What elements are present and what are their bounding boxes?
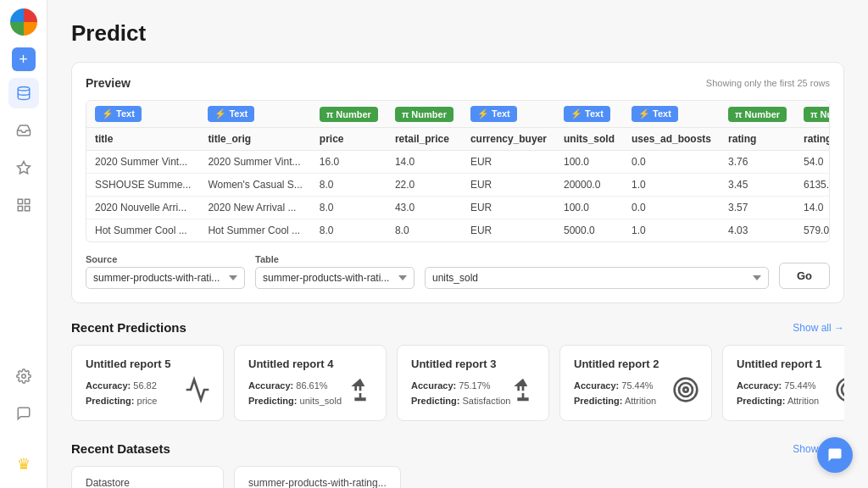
sidebar: + ♛ xyxy=(0,0,47,488)
sidebar-item-sparkle[interactable] xyxy=(8,152,39,183)
svg-point-11 xyxy=(842,383,844,396)
svg-point-8 xyxy=(679,383,693,396)
col-header-uses-ad: uses_ad_boosts xyxy=(623,128,720,151)
prediction-icon xyxy=(347,376,374,408)
sidebar-item-crown[interactable]: ♛ xyxy=(8,449,39,480)
prediction-title: Untitled report 3 xyxy=(411,358,535,370)
table-row: 2020 Nouvelle Arri...2020 New Arrival ..… xyxy=(86,197,830,219)
table-badge-row: ⚡ Text ⚡ Text π Number π Number ⚡ Text ⚡… xyxy=(86,101,830,128)
table-cell: 3.57 xyxy=(720,197,795,219)
table-cell: Hot Summer Cool ... xyxy=(199,219,310,242)
table-cell: 100.0 xyxy=(555,197,623,219)
table-label: Table xyxy=(255,254,415,264)
dataset-card[interactable]: Datastore xyxy=(71,466,224,488)
table-cell: 8.0 xyxy=(311,174,387,197)
table-cell: 20000.0 xyxy=(555,174,623,197)
table-cell: 2020 Summer Vint... xyxy=(86,151,199,174)
recent-predictions-header: Recent Predictions Show all → xyxy=(71,320,844,335)
svg-rect-5 xyxy=(18,207,22,211)
table-cell: 100.0 xyxy=(555,151,623,174)
table-cell: Women's Casual S... xyxy=(199,174,310,197)
table-cell: 2020 Summer Vint... xyxy=(199,151,310,174)
prediction-card[interactable]: Untitled report 4 Accuracy: 86.61% Predi… xyxy=(234,345,387,421)
table-body: 2020 Summer Vint...2020 Summer Vint...16… xyxy=(86,151,830,242)
sidebar-item-settings[interactable] xyxy=(8,361,39,391)
predict-label xyxy=(425,254,769,264)
prediction-card[interactable]: Untitled report 3 Accuracy: 75.17% Predi… xyxy=(397,345,549,421)
preview-table-wrapper: ⚡ Text ⚡ Text π Number π Number ⚡ Text ⚡… xyxy=(86,100,830,242)
table-cell: EUR xyxy=(462,197,555,219)
prediction-card[interactable]: Untitled report 1 Accuracy: 75.44% Predi… xyxy=(722,345,844,421)
col-badge-rating-count: π Number xyxy=(795,101,830,128)
col-header-currency: currency_buyer xyxy=(462,128,555,151)
chat-button[interactable] xyxy=(817,437,853,473)
svg-point-9 xyxy=(683,388,687,392)
table-cell: Hot Summer Cool ... xyxy=(86,219,199,242)
svg-rect-2 xyxy=(18,199,22,203)
col-header-rating: rating xyxy=(720,128,795,151)
table-cell: 14.0 xyxy=(387,151,462,174)
table-cell: 2020 New Arrival ... xyxy=(199,197,310,219)
table-cell: EUR xyxy=(462,151,555,174)
sidebar-item-chat[interactable] xyxy=(8,398,39,429)
source-select[interactable]: summer-products-with-rati... xyxy=(86,267,245,289)
datasets-row: Datastoresummer-products-with-rating... xyxy=(71,466,844,488)
table-header-row: title title_orig price retail_price curr… xyxy=(86,128,830,151)
table-cell: 4.03 xyxy=(720,219,795,242)
sidebar-item-database[interactable] xyxy=(8,78,39,108)
table-cell: EUR xyxy=(462,174,555,197)
table-cell: SSHOUSE Summe... xyxy=(86,174,199,197)
dataset-card[interactable]: summer-products-with-rating... xyxy=(234,466,401,488)
predictions-show-all[interactable]: Show all → xyxy=(793,322,844,334)
prediction-info: Accuracy: 75.44% Predicting: Attrition xyxy=(737,379,844,408)
col-header-rating-count: rating_count xyxy=(795,128,830,151)
table-cell: 5000.0 xyxy=(555,219,623,242)
col-header-retail-price: retail_price xyxy=(387,128,462,151)
prediction-icon xyxy=(672,376,699,408)
preview-card: Preview Showing only the first 25 rows ⚡… xyxy=(71,62,844,303)
go-button[interactable]: Go xyxy=(779,263,830,289)
source-row: Source summer-products-with-rati... Tabl… xyxy=(86,254,830,289)
predict-field: Pick a column to predict ... units_sold xyxy=(425,254,769,289)
app-logo xyxy=(10,8,37,36)
source-field: Source summer-products-with-rati... xyxy=(86,254,245,289)
col-badge-title-orig: ⚡ Text xyxy=(199,101,310,128)
recent-predictions-title: Recent Predictions xyxy=(71,320,186,335)
prediction-card[interactable]: Untitled report 2 Accuracy: 75.44% Predi… xyxy=(559,345,712,421)
col-header-title-orig: title_orig xyxy=(199,128,310,151)
preview-header: Preview Showing only the first 25 rows xyxy=(86,76,830,90)
prediction-card[interactable]: Untitled report 5 Accuracy: 56.82 Predic… xyxy=(71,345,224,421)
preview-subtitle: Showing only the first 25 rows xyxy=(706,78,830,88)
prediction-title: Untitled report 2 xyxy=(574,358,698,370)
main-content: Predict Preview Showing only the first 2… xyxy=(47,0,868,488)
table-field: Table summer-products-with-rati... xyxy=(255,254,415,289)
preview-table: ⚡ Text ⚡ Text π Number π Number ⚡ Text ⚡… xyxy=(86,101,830,241)
table-cell: 3.45 xyxy=(720,174,795,197)
table-cell: 0.0 xyxy=(623,151,720,174)
predictions-row: Untitled report 5 Accuracy: 56.82 Predic… xyxy=(71,345,844,424)
col-badge-units-sold: ⚡ Text xyxy=(555,101,623,128)
prediction-title: Untitled report 4 xyxy=(248,358,372,370)
svg-rect-3 xyxy=(25,199,29,203)
table-row: Hot Summer Cool ...Hot Summer Cool ...8.… xyxy=(86,219,830,242)
table-cell: 16.0 xyxy=(311,151,387,174)
predict-select[interactable]: Pick a column to predict ... units_sold xyxy=(425,267,769,289)
table-cell: 43.0 xyxy=(387,197,462,219)
recent-datasets-title: Recent Datasets xyxy=(71,441,170,456)
page-title: Predict xyxy=(71,20,844,47)
recent-datasets-section: Recent Datasets Show all → Datastoresumm… xyxy=(71,441,844,488)
sidebar-item-inbox[interactable] xyxy=(8,115,39,146)
prediction-icon xyxy=(835,376,844,408)
table-select[interactable]: summer-products-with-rati... xyxy=(255,267,415,289)
table-row: 2020 Summer Vint...2020 Summer Vint...16… xyxy=(86,151,830,174)
col-badge-title: ⚡ Text xyxy=(86,101,199,128)
table-cell: 0.0 xyxy=(623,197,720,219)
sidebar-item-grid[interactable] xyxy=(8,190,39,220)
recent-datasets-header: Recent Datasets Show all → xyxy=(71,441,844,456)
table-cell: EUR xyxy=(462,219,555,242)
col-header-title: title xyxy=(86,128,199,151)
col-badge-currency: ⚡ Text xyxy=(462,101,555,128)
table-cell: 22.0 xyxy=(387,174,462,197)
prediction-title: Untitled report 5 xyxy=(86,358,209,370)
add-button[interactable]: + xyxy=(12,47,36,71)
